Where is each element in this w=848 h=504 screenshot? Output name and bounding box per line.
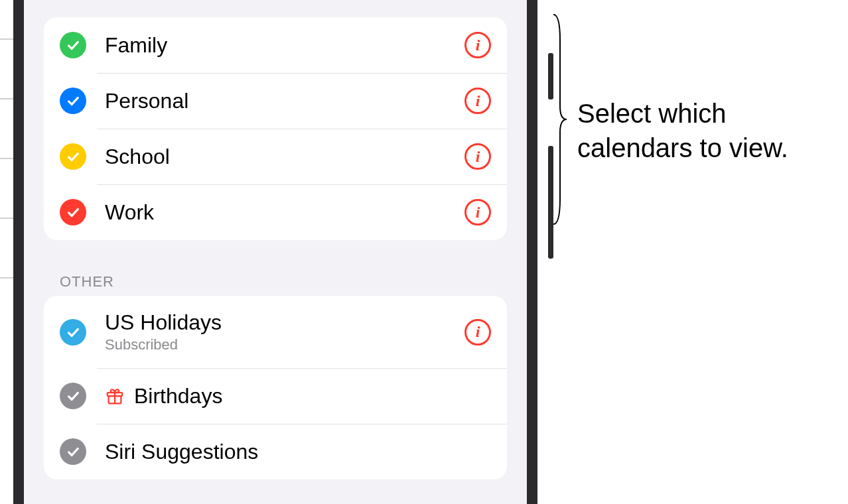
calendar-label: Personal xyxy=(105,89,464,113)
calendar-label: Birthdays xyxy=(134,384,222,409)
calendar-row-birthdays[interactable]: Birthdays xyxy=(44,368,507,424)
checkmark-icon[interactable] xyxy=(60,32,86,58)
calendar-row-school[interactable]: School i xyxy=(44,129,507,184)
calendar-subtitle: Subscribed xyxy=(105,336,464,353)
calendar-row-siri-suggestions[interactable]: Siri Suggestions xyxy=(44,424,507,479)
calendar-row-us-holidays[interactable]: US Holidays Subscribed i xyxy=(44,296,507,368)
background-grid xyxy=(0,0,15,279)
calendar-label: School xyxy=(105,145,464,169)
calendar-label: Family xyxy=(105,33,464,58)
info-icon[interactable]: i xyxy=(464,143,491,170)
info-icon[interactable]: i xyxy=(464,199,491,225)
phone-frame: Family i Personal i School xyxy=(13,0,537,504)
callout-bracket xyxy=(552,13,568,225)
calendar-row-work[interactable]: Work i xyxy=(44,184,507,240)
calendar-group-other: US Holidays Subscribed i xyxy=(44,296,507,479)
gift-icon xyxy=(105,386,125,406)
calendar-row-personal[interactable]: Personal i xyxy=(44,73,507,129)
section-header-other: OTHER xyxy=(60,273,507,290)
checkmark-icon[interactable] xyxy=(60,319,86,346)
checkmark-icon[interactable] xyxy=(60,88,86,114)
calendar-group-main: Family i Personal i School xyxy=(44,17,507,240)
calendar-label: Work xyxy=(105,200,464,225)
checkmark-icon[interactable] xyxy=(60,143,86,170)
checkmark-icon[interactable] xyxy=(60,199,86,225)
phone-screen: Family i Personal i School xyxy=(24,0,527,504)
calendar-label: US Holidays xyxy=(105,310,464,335)
info-icon[interactable]: i xyxy=(464,32,491,58)
callout-text: Select which calendars to view. xyxy=(577,96,848,165)
info-icon[interactable]: i xyxy=(464,88,491,114)
info-icon[interactable]: i xyxy=(464,319,491,346)
calendar-row-family[interactable]: Family i xyxy=(44,17,507,73)
checkmark-icon[interactable] xyxy=(60,383,86,409)
checkmark-icon[interactable] xyxy=(60,438,86,465)
calendar-label: Siri Suggestions xyxy=(105,440,491,464)
